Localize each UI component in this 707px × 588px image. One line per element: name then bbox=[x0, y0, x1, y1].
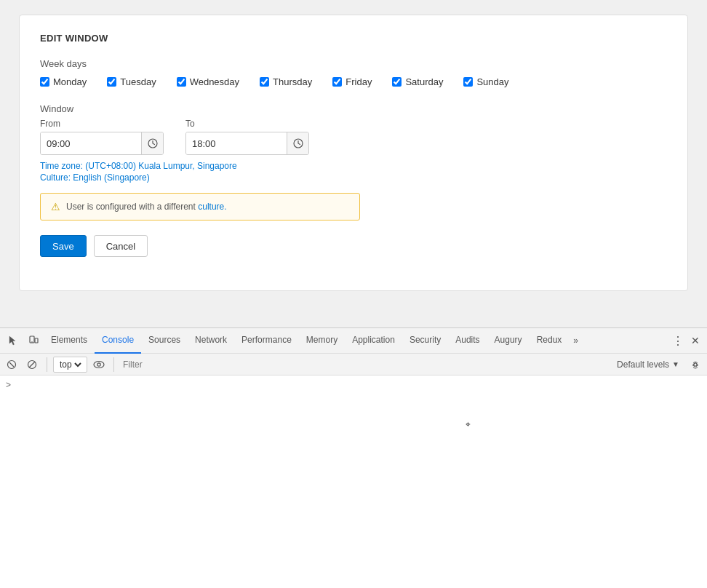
to-field-group: To bbox=[185, 119, 309, 155]
clear-console-btn[interactable] bbox=[3, 356, 20, 373]
day-sunday-label: Sunday bbox=[476, 76, 508, 87]
tab-security[interactable]: Security bbox=[402, 328, 448, 354]
window-label: Window bbox=[40, 103, 667, 114]
tab-more-btn[interactable]: » bbox=[569, 328, 583, 354]
tab-application[interactable]: Application bbox=[345, 328, 402, 354]
cancel-button[interactable]: Cancel bbox=[94, 235, 148, 257]
day-monday-label: Monday bbox=[53, 76, 87, 87]
toolbar-divider-2 bbox=[113, 357, 114, 372]
to-time-icon-btn[interactable] bbox=[287, 132, 308, 154]
day-tuesday-label: Tuesday bbox=[120, 76, 156, 87]
eye-icon bbox=[93, 360, 105, 369]
from-label: From bbox=[40, 119, 164, 129]
console-toolbar: top Default levels ▼ bbox=[0, 354, 707, 376]
devtools-device-btn[interactable] bbox=[23, 330, 44, 351]
cursor-indicator: ⌖ bbox=[466, 419, 471, 429]
toolbar-divider-1 bbox=[47, 357, 47, 372]
svg-line-7 bbox=[9, 362, 14, 367]
tab-redux[interactable]: Redux bbox=[530, 328, 570, 354]
time-inputs-row: From To bbox=[40, 119, 667, 155]
tab-audits[interactable]: Audits bbox=[448, 328, 487, 354]
from-time-icon-btn[interactable] bbox=[141, 132, 163, 154]
tab-elements[interactable]: Elements bbox=[44, 328, 95, 354]
save-button[interactable]: Save bbox=[40, 235, 87, 257]
tab-audits-label: Audits bbox=[455, 335, 479, 345]
context-select[interactable]: top bbox=[57, 359, 84, 370]
tab-sources[interactable]: Sources bbox=[141, 328, 188, 354]
day-friday[interactable]: Friday bbox=[332, 76, 372, 87]
svg-point-11 bbox=[97, 362, 100, 365]
tab-sources-label: Sources bbox=[148, 335, 180, 345]
devtools-dotmenu-btn[interactable]: ⋮ bbox=[669, 332, 687, 349]
svg-marker-2 bbox=[9, 336, 15, 345]
day-wednesday[interactable]: Wednesday bbox=[177, 76, 239, 87]
to-label: To bbox=[185, 119, 309, 129]
day-monday-checkbox[interactable] bbox=[40, 77, 49, 87]
weekdays-label: Week days bbox=[40, 58, 667, 69]
context-select-wrapper: top bbox=[53, 357, 87, 373]
day-sunday[interactable]: Sunday bbox=[463, 76, 508, 87]
warning-text: User is configured with a different cult… bbox=[66, 202, 227, 212]
timezone-text: Time zone: (UTC+08:00) Kuala Lumpur, Sin… bbox=[40, 161, 667, 171]
svg-point-10 bbox=[94, 361, 104, 368]
tab-redux-label: Redux bbox=[537, 335, 562, 345]
tab-augury-label: Augury bbox=[495, 335, 522, 345]
default-levels-label: Default levels bbox=[617, 359, 669, 370]
day-monday[interactable]: Monday bbox=[40, 76, 87, 87]
console-arrow[interactable]: > bbox=[6, 378, 11, 392]
day-wednesday-checkbox[interactable] bbox=[177, 77, 186, 87]
culture-link[interactable]: culture. bbox=[198, 202, 226, 212]
eye-btn[interactable] bbox=[90, 356, 108, 373]
tab-console[interactable]: Console bbox=[95, 328, 141, 354]
actions-row: Save Cancel bbox=[40, 235, 667, 257]
default-levels-btn[interactable]: Default levels ▼ bbox=[612, 357, 684, 373]
culture-text: Culture: English (Singapore) bbox=[40, 172, 667, 183]
edit-window-card: EDIT WINDOW Week days Monday Tuesday Wed… bbox=[19, 15, 688, 291]
day-thursday[interactable]: Thursday bbox=[260, 76, 312, 87]
tab-memory[interactable]: Memory bbox=[299, 328, 345, 354]
day-thursday-label: Thursday bbox=[273, 76, 312, 87]
devtools-inspect-btn[interactable] bbox=[3, 330, 23, 351]
device-icon bbox=[28, 335, 39, 346]
tab-performance[interactable]: Performance bbox=[234, 328, 299, 354]
tab-more-label: » bbox=[573, 335, 578, 346]
day-tuesday[interactable]: Tuesday bbox=[107, 76, 156, 87]
tab-application-label: Application bbox=[352, 335, 395, 345]
day-saturday-checkbox[interactable] bbox=[392, 77, 402, 87]
tab-elements-label: Elements bbox=[51, 335, 87, 345]
day-friday-checkbox[interactable] bbox=[332, 77, 342, 87]
dropdown-arrow-icon: ▼ bbox=[672, 360, 679, 368]
cursor-icon bbox=[8, 335, 18, 346]
tab-performance-label: Performance bbox=[241, 335, 292, 345]
from-input[interactable] bbox=[41, 132, 141, 154]
main-area: EDIT WINDOW Week days Monday Tuesday Wed… bbox=[0, 0, 707, 327]
settings-gear-btn[interactable] bbox=[687, 356, 704, 373]
filter-input[interactable] bbox=[120, 359, 610, 370]
tab-security-label: Security bbox=[410, 335, 441, 345]
filter-input-wrapper bbox=[120, 359, 610, 370]
tab-network[interactable]: Network bbox=[188, 328, 234, 354]
to-input[interactable] bbox=[186, 132, 287, 154]
ban-icon bbox=[27, 359, 37, 370]
tab-console-label: Console bbox=[102, 335, 134, 345]
card-title: EDIT WINDOW bbox=[40, 33, 667, 44]
devtools-panel: Elements Console Sources Network Perform… bbox=[0, 327, 707, 588]
day-saturday[interactable]: Saturday bbox=[392, 76, 443, 87]
tab-memory-label: Memory bbox=[306, 335, 337, 345]
devtools-tabs-bar: Elements Console Sources Network Perform… bbox=[0, 328, 707, 354]
warning-icon: ⚠ bbox=[51, 201, 60, 212]
devtools-close-btn[interactable]: ✕ bbox=[687, 332, 704, 349]
from-field-group: From bbox=[40, 119, 164, 155]
tab-network-label: Network bbox=[195, 335, 227, 345]
from-input-wrapper bbox=[40, 132, 164, 155]
gear-icon bbox=[690, 359, 700, 370]
svg-line-9 bbox=[29, 362, 35, 368]
console-content: > ⌖ bbox=[0, 376, 707, 588]
day-wednesday-label: Wednesday bbox=[190, 76, 239, 87]
day-sunday-checkbox[interactable] bbox=[463, 77, 473, 87]
weekdays-row: Monday Tuesday Wednesday Thursday Friday… bbox=[40, 76, 667, 87]
day-tuesday-checkbox[interactable] bbox=[107, 77, 116, 87]
preserve-log-btn[interactable] bbox=[23, 356, 41, 373]
tab-augury[interactable]: Augury bbox=[487, 328, 530, 354]
day-thursday-checkbox[interactable] bbox=[260, 77, 269, 87]
